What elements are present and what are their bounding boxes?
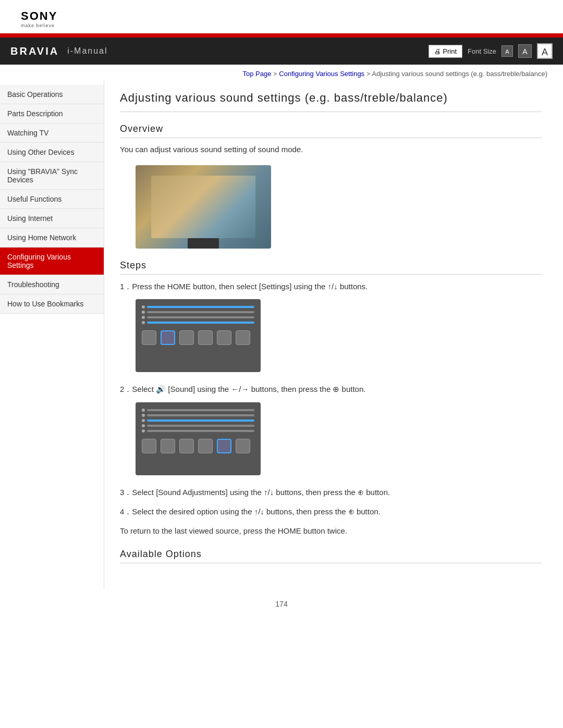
line-5: [147, 409, 254, 411]
step-4-num: 4．: [120, 507, 132, 516]
dot-1: [142, 305, 145, 309]
sidebar-item-using-internet[interactable]: Using Internet: [0, 209, 104, 228]
imanual-label: i-Manual: [67, 46, 107, 56]
settings-row-9: [142, 429, 254, 433]
icon-box-5: [217, 330, 231, 345]
breadcrumb-top-page[interactable]: Top Page: [243, 70, 272, 78]
page-number: 174: [0, 589, 563, 613]
steps-heading: Steps: [120, 260, 542, 275]
sidebar-item-parts-description[interactable]: Parts Description: [0, 104, 104, 124]
font-size-label: Font Size: [468, 47, 496, 55]
main-layout: Basic Operations Parts Description Watch…: [0, 80, 563, 589]
step-1-num: 1．: [120, 282, 132, 291]
bravia-logo: BRAVIA: [10, 45, 59, 57]
step-3-num: 3．: [120, 488, 132, 497]
icon-box-11: [217, 439, 231, 453]
sidebar-item-bravia-sync[interactable]: Using "BRAVIA" Sync Devices: [0, 162, 104, 190]
line-4: [147, 322, 254, 324]
icon-box-2: [161, 330, 175, 345]
sidebar-item-using-other-devices[interactable]: Using Other Devices: [0, 143, 104, 162]
settings-row-1: [142, 305, 254, 309]
icon-box-7: [142, 439, 156, 453]
dot-3: [142, 316, 145, 319]
icon-box-3: [179, 330, 194, 345]
dot-4: [142, 321, 145, 324]
icon-box-9: [179, 439, 194, 453]
page-title: Adjusting various sound settings (e.g. b…: [120, 90, 542, 112]
content-area: Adjusting various sound settings (e.g. b…: [104, 80, 563, 589]
sidebar-item-watching-tv[interactable]: Watching TV: [0, 124, 104, 143]
sony-logo: SONY: [21, 9, 542, 23]
settings-row-3: [142, 316, 254, 319]
icon-box-8: [161, 439, 175, 453]
sony-tagline: make.believe: [21, 23, 542, 28]
settings-row-7: [142, 419, 254, 422]
dot-8: [142, 424, 145, 427]
settings-image-1: [136, 299, 261, 372]
breadcrumb: Top Page > Configuring Various Settings …: [0, 65, 563, 80]
settings-row-8: [142, 424, 254, 427]
font-large-button[interactable]: A: [537, 43, 553, 59]
red-accent-bar: [0, 33, 563, 38]
icon-box-12: [236, 439, 250, 453]
breadcrumb-configuring[interactable]: Configuring Various Settings: [279, 70, 364, 78]
icon-box-1: [142, 330, 156, 345]
line-9: [147, 430, 254, 432]
nav-bar-right: 🖨 Print Font Size A A A: [429, 43, 553, 59]
dot-6: [142, 414, 145, 417]
font-medium-button[interactable]: A: [518, 44, 532, 58]
settings-row-6: [142, 414, 254, 417]
icon-box-4: [198, 330, 213, 345]
dot-2: [142, 311, 145, 314]
font-small-button[interactable]: A: [501, 45, 513, 57]
step-1-text: 1．Press the HOME button, then select [Se…: [120, 280, 542, 293]
print-button[interactable]: 🖨 Print: [429, 45, 462, 58]
tv-image: [136, 165, 271, 249]
settings-row-5: [142, 409, 254, 412]
line-8: [147, 425, 254, 427]
step-3-text: 3．Select [Sound Adjustments] using the ↑…: [120, 486, 542, 499]
icon-box-6: [236, 330, 250, 345]
line-6: [147, 414, 254, 416]
sidebar: Basic Operations Parts Description Watch…: [0, 80, 104, 589]
sidebar-item-home-network[interactable]: Using Home Network: [0, 228, 104, 248]
breadcrumb-sep1: >: [273, 70, 279, 78]
footer-note: To return to the last viewed source, pre…: [120, 525, 542, 537]
sidebar-item-configuring-settings[interactable]: Configuring Various Settings: [0, 248, 104, 275]
logo-bar: SONY make.believe: [0, 0, 563, 33]
step-2-text: 2．Select 🔊 [Sound] using the ←/→ buttons…: [120, 382, 542, 396]
step-4-text: 4．Select the desired option using the ↑/…: [120, 505, 542, 519]
line-7: [147, 419, 254, 422]
breadcrumb-current: Adjusting various sound settings (e.g. b…: [372, 70, 547, 78]
line-2: [147, 311, 254, 313]
settings-icons-row-2: [142, 439, 254, 453]
line-1: [147, 306, 254, 308]
sidebar-item-bookmarks[interactable]: How to Use Bookmarks: [0, 294, 104, 314]
settings-row-2: [142, 311, 254, 314]
dot-7: [142, 419, 145, 422]
step-2-num: 2．: [120, 385, 132, 393]
sidebar-item-basic-operations[interactable]: Basic Operations: [0, 85, 104, 104]
line-3: [147, 316, 254, 318]
nav-bar: BRAVIA i-Manual 🖨 Print Font Size A A A: [0, 38, 563, 65]
overview-heading: Overview: [120, 124, 542, 138]
settings-image-2: [136, 402, 261, 475]
settings-icons-row-1: [142, 330, 254, 345]
tv-stand: [188, 238, 219, 249]
overview-text: You can adjust various sound setting of …: [120, 143, 542, 156]
nav-bar-left: BRAVIA i-Manual: [10, 45, 108, 57]
dot-5: [142, 409, 145, 412]
breadcrumb-sep2: >: [366, 70, 372, 78]
settings-row-4: [142, 321, 254, 324]
icon-box-10: [198, 439, 213, 453]
sidebar-item-troubleshooting[interactable]: Troubleshooting: [0, 275, 104, 294]
sidebar-item-useful-functions[interactable]: Useful Functions: [0, 190, 104, 209]
available-options-heading: Available Options: [120, 549, 542, 563]
dot-9: [142, 429, 145, 433]
